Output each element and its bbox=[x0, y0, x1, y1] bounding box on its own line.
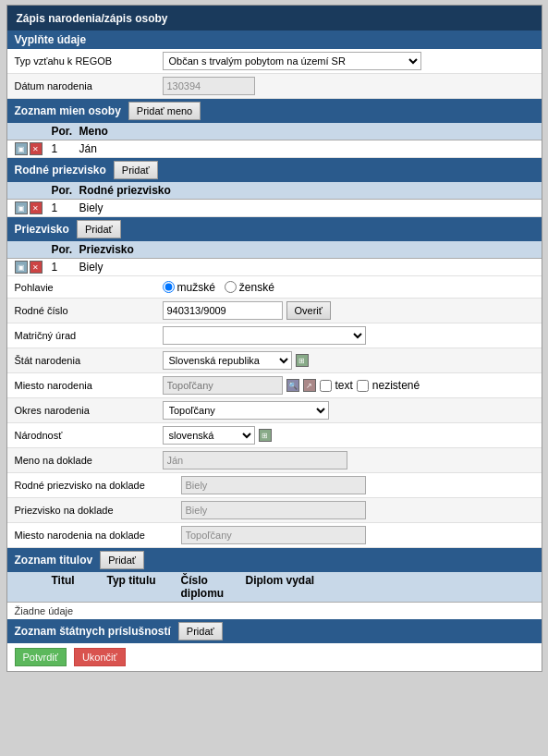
btn-potvrdit[interactable]: Potvrdiť bbox=[15, 648, 67, 666]
row-rodne-priezvisko-doklade: Rodné priezvisko na doklade bbox=[7, 473, 542, 498]
row-rodne-cislo: Rodné číslo Overiť bbox=[7, 299, 542, 323]
control-meno-doklade bbox=[163, 451, 534, 469]
select-typ-vztahu[interactable]: Občan s trvalým pobytom na území SR bbox=[163, 52, 421, 70]
row-okres-narodenia: Okres narodenia Topoľčany bbox=[7, 398, 542, 423]
btn-pridat-rodne[interactable]: Pridať bbox=[114, 161, 158, 179]
grid-icon-stat[interactable]: ⊞ bbox=[296, 354, 309, 367]
rodne-row-actions: ▣ ✕ bbox=[15, 201, 52, 214]
priezvisko-row-value: Biely bbox=[79, 261, 534, 274]
select-narodnost[interactable]: slovenská bbox=[163, 426, 255, 445]
rodne-row-por: 1 bbox=[52, 201, 79, 214]
col-header-cislo-diplomu: Číslo diplomu bbox=[181, 574, 246, 600]
export-icon-miesto[interactable]: ↗ bbox=[303, 379, 316, 392]
delete-icon-rodne[interactable]: ✕ bbox=[30, 201, 43, 214]
btn-pridat-priezvisko[interactable]: Pridať bbox=[77, 220, 121, 238]
label-nezistene: nezistené bbox=[372, 379, 420, 392]
row-meno-doklade: Meno na doklade bbox=[7, 448, 542, 473]
label-muzske: mužské bbox=[177, 281, 215, 294]
control-miesto-narodenia-doklade bbox=[181, 526, 534, 544]
label-rodne-cislo: Rodné číslo bbox=[15, 305, 163, 316]
tituly-table-header: Titul Typ titulu Číslo diplomu Diplom vy… bbox=[7, 572, 542, 603]
copy-icon-rodne[interactable]: ▣ bbox=[15, 201, 28, 214]
label-text: text bbox=[335, 379, 353, 392]
delete-icon-meno[interactable]: ✕ bbox=[30, 142, 43, 155]
label-typ-vztahu: Typ vzťahu k REGOB bbox=[15, 55, 163, 67]
section-vyplnte: Vyplňte údaje bbox=[7, 30, 542, 49]
row-miesto-narodenia-doklade: Miesto narodenia na doklade bbox=[7, 523, 542, 548]
title-bar: Zápis narodenia/zápis osoby bbox=[7, 6, 542, 30]
control-typ-vztahu: Občan s trvalým pobytom na území SR bbox=[163, 52, 534, 70]
delete-icon-priezvisko[interactable]: ✕ bbox=[30, 261, 43, 274]
row-datum-narodenia: Dátum narodenia bbox=[7, 74, 542, 99]
select-stat-narodenia[interactable]: Slovenská republika bbox=[163, 351, 292, 370]
col-header-rodne-priezvisko: Rodné priezvisko bbox=[79, 184, 534, 197]
label-meno-doklade: Meno na doklade bbox=[15, 455, 163, 466]
label-matricny-urad: Matričný úrad bbox=[15, 330, 163, 341]
section-zoznam-statnych: Zoznam štátnych príslušností Pridať bbox=[7, 619, 542, 643]
window-title: Zápis narodenia/zápis osoby bbox=[17, 12, 168, 25]
control-rodne-priezvisko-doklade bbox=[181, 476, 534, 494]
priezvisko-row-actions: ▣ ✕ bbox=[15, 261, 52, 274]
rodne-table-header: Por. Rodné priezvisko bbox=[7, 182, 542, 200]
control-matricny-urad bbox=[163, 326, 534, 345]
label-zenske: ženské bbox=[239, 281, 274, 294]
main-window: Zápis narodenia/zápis osoby Vyplňte údaj… bbox=[6, 5, 542, 672]
label-rodne-priezvisko-doklade: Rodné priezvisko na doklade bbox=[15, 480, 181, 491]
radio-input-zenske[interactable] bbox=[225, 281, 237, 293]
btn-overit[interactable]: Overiť bbox=[286, 301, 331, 320]
input-rodne-priezvisko-doklade[interactable] bbox=[181, 476, 366, 494]
copy-icon-priezvisko[interactable]: ▣ bbox=[15, 261, 28, 274]
label-priezvisko-doklade: Priezvisko na doklade bbox=[15, 505, 181, 516]
row-typ-vztahu: Typ vzťahu k REGOB Občan s trvalým pobyt… bbox=[7, 49, 542, 74]
select-okres-narodenia[interactable]: Topoľčany bbox=[163, 401, 329, 420]
checkbox-group-miesto: text nezistené bbox=[320, 379, 420, 392]
checkbox-text[interactable] bbox=[320, 380, 332, 392]
mena-row-actions: ▣ ✕ bbox=[15, 142, 52, 155]
mena-table-header: Por. Meno bbox=[7, 123, 542, 140]
label-okres-narodenia: Okres narodenia bbox=[15, 405, 163, 416]
col-header-typ-titulu: Typ titulu bbox=[107, 574, 181, 600]
label-stat-narodenia: Štát narodenia bbox=[15, 355, 163, 366]
row-miesto-narodenia: Miesto narodenia 🔍 ↗ text nezistené bbox=[7, 373, 542, 398]
row-priezvisko-doklade: Priezvisko na doklade bbox=[7, 498, 542, 523]
col-header-por-priezvisko: Por. bbox=[52, 243, 79, 256]
input-miesto-narodenia[interactable] bbox=[163, 376, 283, 395]
mena-row-por: 1 bbox=[52, 142, 79, 155]
radio-muzske: mužské bbox=[163, 281, 215, 294]
copy-icon-meno[interactable]: ▣ bbox=[15, 142, 28, 155]
checkbox-nezistene[interactable] bbox=[357, 380, 369, 392]
btn-pridat-tituly[interactable]: Pridať bbox=[100, 551, 144, 569]
col-header-diplom-vydal: Diplom vydal bbox=[246, 574, 534, 600]
grid-icon-narodnost[interactable]: ⊞ bbox=[259, 429, 272, 442]
label-pohlavie: Pohlavie bbox=[15, 282, 163, 293]
col-header-meno: Meno bbox=[79, 125, 534, 138]
input-rodne-cislo[interactable] bbox=[163, 301, 283, 320]
input-priezvisko-doklade[interactable] bbox=[181, 501, 366, 519]
control-datum-narodenia bbox=[163, 77, 534, 95]
label-narodnost: Národnosť bbox=[15, 430, 163, 441]
select-matricny-urad[interactable] bbox=[163, 326, 366, 345]
col-header-por-meno: Por. bbox=[52, 125, 79, 138]
input-meno-doklade[interactable] bbox=[163, 451, 347, 469]
control-okres-narodenia: Topoľčany bbox=[163, 401, 534, 420]
btn-ukoncit[interactable]: Ukončiť bbox=[74, 648, 126, 666]
col-header-por-rodne: Por. bbox=[52, 184, 79, 197]
control-pohlavie: mužské ženské bbox=[163, 281, 534, 294]
btn-pridat-statne[interactable]: Pridať bbox=[178, 622, 223, 640]
input-miesto-narodenia-doklade[interactable] bbox=[181, 526, 366, 544]
radio-input-muzske[interactable] bbox=[163, 281, 175, 293]
search-icon-miesto[interactable]: 🔍 bbox=[286, 379, 299, 392]
tituly-no-data: Žiadne údaje bbox=[7, 603, 542, 619]
radio-zenske: ženské bbox=[225, 281, 274, 294]
input-datum-narodenia[interactable] bbox=[163, 77, 255, 95]
col-header-priezvisko: Priezvisko bbox=[79, 243, 534, 256]
label-miesto-narodenia-doklade: Miesto narodenia na doklade bbox=[15, 530, 181, 541]
col-header-titul: Titul bbox=[52, 574, 107, 600]
rodne-row-1: ▣ ✕ 1 Biely bbox=[7, 200, 542, 217]
mena-row-meno: Ján bbox=[79, 142, 534, 155]
row-pohlavie: Pohlavie mužské ženské bbox=[7, 276, 542, 299]
btn-pridat-meno[interactable]: Pridať meno bbox=[128, 102, 201, 120]
section-priezvisko: Priezvisko Pridať bbox=[7, 217, 542, 241]
label-miesto-narodenia: Miesto narodenia bbox=[15, 380, 163, 391]
priezvisko-row-por: 1 bbox=[52, 261, 79, 274]
